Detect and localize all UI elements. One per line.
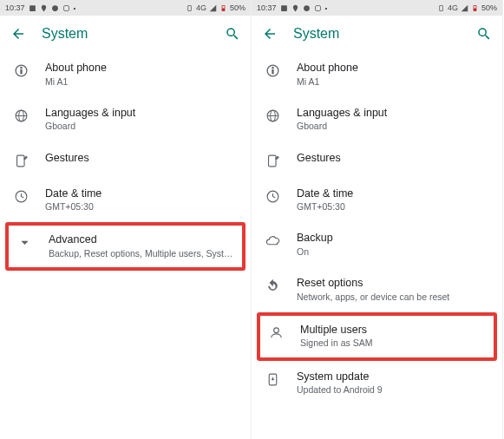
reset-icon [265, 278, 280, 293]
instagram-icon [62, 4, 70, 12]
item-title: Multiple users [300, 324, 487, 337]
app-bar: System [252, 16, 502, 52]
svg-point-14 [25, 156, 27, 158]
item-title: Gestures [45, 152, 239, 166]
svg-rect-2 [63, 5, 69, 10]
svg-rect-7 [20, 69, 21, 74]
item-title: Reset options [297, 277, 490, 291]
item-title: Date & time [297, 187, 490, 201]
status-bar: 10:37 • 4G 50% [0, 0, 251, 16]
item-languages[interactable]: Languages & input Gboard [0, 97, 251, 142]
svg-rect-0 [29, 5, 36, 11]
status-net: 4G [196, 3, 206, 12]
status-net: 4G [448, 3, 458, 12]
item-title: Date & time [45, 187, 239, 201]
item-sub: Signed in as SAM [300, 337, 487, 349]
signal-icon [209, 4, 217, 12]
item-datetime[interactable]: Date & time GMT+05:30 [252, 178, 502, 223]
screen-left: 10:37 • 4G 50% System About phone Mi A1 [0, 0, 252, 439]
item-title: System update [297, 370, 490, 384]
gesture-icon [265, 154, 280, 168]
cloud-icon [265, 233, 280, 248]
item-gestures[interactable]: Gestures [252, 142, 502, 178]
item-title: About phone [45, 62, 239, 75]
battery-icon [471, 4, 479, 12]
status-battery: 50% [230, 3, 245, 12]
pin-icon [291, 4, 299, 12]
svg-rect-24 [272, 67, 272, 68]
whatsapp-icon [51, 4, 59, 12]
status-battery: 50% [481, 3, 497, 12]
item-sub: Gboard [297, 121, 490, 132]
item-about-phone[interactable]: About phone Mi A1 [252, 52, 502, 97]
item-about-phone[interactable]: About phone Mi A1 [0, 52, 251, 97]
svg-point-30 [277, 156, 278, 158]
status-time: 10:37 [257, 3, 277, 12]
svg-rect-21 [474, 8, 476, 10]
item-title: Languages & input [45, 107, 239, 121]
item-sub: Mi A1 [297, 76, 490, 88]
back-icon[interactable] [10, 26, 26, 42]
svg-rect-16 [281, 5, 287, 11]
item-title: Languages & input [297, 107, 490, 121]
item-system-update[interactable]: System update Updated to Android 9 [252, 361, 502, 406]
item-sub: On [297, 246, 490, 258]
whatsapp-icon [303, 4, 311, 12]
clock-icon [265, 189, 280, 204]
info-icon [14, 63, 29, 78]
svg-rect-3 [188, 5, 192, 10]
svg-rect-18 [315, 5, 320, 10]
pin-icon [40, 4, 48, 12]
more-icon: • [325, 4, 328, 12]
svg-rect-28 [268, 155, 276, 167]
item-sub: Backup, Reset options, Multiple users, S… [49, 248, 235, 259]
item-sub: Network, apps, or device can be reset [297, 292, 490, 303]
item-title: Advanced [49, 233, 235, 247]
item-multiple-users[interactable]: Multiple users Signed in as SAM [260, 316, 494, 357]
chevron-down-icon [17, 235, 32, 250]
item-sub: GMT+05:30 [45, 201, 239, 213]
item-languages[interactable]: Languages & input Gboard [252, 97, 502, 142]
gesture-icon [14, 154, 29, 168]
app-bar: System [0, 16, 251, 52]
back-icon[interactable] [262, 26, 278, 42]
item-sub: Gboard [45, 121, 239, 132]
info-icon [265, 63, 280, 78]
status-time: 10:37 [5, 3, 25, 12]
svg-rect-8 [20, 67, 21, 68]
battery-icon [219, 4, 227, 12]
image-icon [280, 4, 288, 12]
item-sub: GMT+05:30 [297, 201, 490, 213]
vibrate-icon [186, 4, 193, 12]
item-title: About phone [297, 62, 490, 75]
item-datetime[interactable]: Date & time GMT+05:30 [0, 178, 251, 223]
image-icon [29, 4, 36, 12]
user-icon [269, 325, 284, 340]
globe-icon [265, 108, 280, 123]
search-icon[interactable] [476, 26, 492, 42]
item-title: Backup [297, 232, 490, 246]
item-sub: Updated to Android 9 [297, 384, 490, 396]
svg-point-32 [273, 328, 278, 333]
item-title: Gestures [297, 152, 490, 166]
highlight-multiple-users: Multiple users Signed in as SAM [257, 312, 497, 361]
svg-point-1 [52, 5, 58, 11]
svg-rect-19 [440, 5, 443, 10]
svg-rect-23 [272, 69, 272, 74]
status-bar: 10:37 • 4G 50% [252, 0, 502, 16]
screen-right: 10:37 • 4G 50% System About phone Mi A1 [252, 0, 503, 439]
svg-rect-5 [222, 8, 225, 10]
item-sub: Mi A1 [45, 76, 239, 88]
search-icon[interactable] [225, 26, 240, 42]
item-advanced[interactable]: Advanced Backup, Reset options, Multiple… [9, 226, 242, 267]
more-icon: • [74, 4, 76, 12]
item-gestures[interactable]: Gestures [0, 142, 251, 178]
instagram-icon [314, 4, 322, 12]
item-reset[interactable]: Reset options Network, apps, or device c… [252, 267, 502, 312]
signal-icon [461, 4, 468, 12]
vibrate-icon [437, 4, 445, 12]
page-title: System [293, 26, 461, 42]
globe-icon [14, 108, 29, 123]
item-backup[interactable]: Backup On [252, 222, 502, 267]
highlight-advanced: Advanced Backup, Reset options, Multiple… [5, 222, 245, 271]
